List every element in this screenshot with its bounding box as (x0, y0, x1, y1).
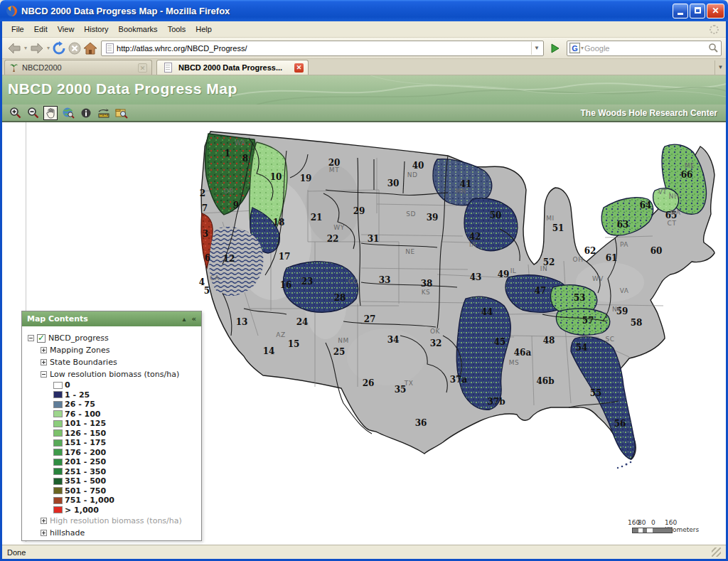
legend-swatch (53, 391, 63, 398)
zoom-full-extent-icon[interactable] (61, 106, 75, 120)
zoom-out-icon[interactable] (26, 106, 40, 120)
map-contents-panel: Map Contents ▴ « NBCD_progress Mapping Z… (21, 311, 202, 541)
legend-row: 251 - 350 (53, 467, 197, 477)
layer-label: High resolution biomass (tons/ha) (50, 516, 182, 525)
go-button[interactable] (547, 41, 563, 56)
tab-data-progress[interactable]: NBCD 2000 Data Progress... ✕ (156, 60, 309, 75)
zoom-in-icon[interactable] (8, 106, 22, 120)
identify-info-icon[interactable] (79, 106, 93, 120)
legend-row: 26 - 75 (53, 400, 197, 410)
tab-list-dropdown-icon[interactable]: ▼ (714, 60, 726, 75)
minimize-button[interactable] (673, 4, 688, 18)
menu-tools[interactable]: Tools (163, 23, 191, 36)
collapse-panel-icon[interactable]: ▴ (183, 315, 186, 323)
legend-label: 101 - 125 (65, 419, 106, 428)
search-input[interactable] (584, 44, 708, 53)
tab-close-icon[interactable]: ✕ (294, 63, 304, 73)
expand-node-icon[interactable] (41, 518, 47, 524)
legend-label: 26 - 75 (65, 400, 95, 409)
maximize-button[interactable] (690, 4, 705, 18)
legend-label: 0 (65, 380, 70, 390)
layer-label: hillshade (50, 528, 85, 538)
search-bar[interactable]: G ▾ (567, 41, 722, 56)
navigation-toolbar: ▾ ▾ ▼ G ▾ (2, 38, 726, 59)
map-viewport[interactable]: 1234567891012131415161718192021222324252… (2, 122, 726, 545)
menu-help[interactable]: Help (191, 23, 217, 36)
legend-swatch (53, 497, 63, 504)
collapse-node-icon[interactable] (28, 335, 34, 341)
activity-throbber-icon (710, 25, 719, 34)
legend-row: 1 - 25 (53, 390, 197, 400)
legend-label: 151 - 175 (65, 438, 106, 447)
menu-view[interactable]: View (53, 23, 80, 36)
layer-hillshade[interactable]: hillshade (28, 527, 197, 539)
page-banner: NBCD 2000 Data Progress Map (2, 75, 726, 105)
url-input[interactable] (117, 44, 531, 53)
layer-tree: NBCD_progress Mapping Zones State Bounda… (22, 326, 201, 542)
tab-nbcd2000[interactable]: NBCD2000 ✕ (4, 60, 152, 75)
menu-edit[interactable]: Edit (29, 23, 53, 36)
tab-close-icon[interactable]: ✕ (138, 63, 147, 73)
expand-node-icon[interactable] (41, 530, 47, 536)
reload-button[interactable] (52, 40, 66, 57)
back-button[interactable] (6, 40, 22, 57)
collapse-node-icon[interactable] (41, 371, 47, 378)
search-magnifier-icon[interactable] (708, 43, 719, 53)
legend-label: 126 - 150 (65, 429, 106, 438)
menu-bookmarks[interactable]: Bookmarks (114, 23, 163, 36)
legend-label: 176 - 200 (65, 448, 106, 457)
expand-node-icon[interactable] (41, 347, 47, 353)
scale-bar-segments (632, 528, 673, 533)
hide-panel-icon[interactable]: « (192, 315, 196, 323)
legend-swatch (53, 420, 63, 427)
find-icon[interactable] (114, 106, 129, 120)
forward-button[interactable] (29, 40, 45, 57)
legend-swatch (53, 449, 63, 456)
layer-root-row[interactable]: NBCD_progress (28, 332, 197, 344)
layer-low-res-biomass[interactable]: Low resolution biomass (tons/ha) (28, 368, 197, 380)
expand-node-icon[interactable] (41, 359, 47, 365)
legend-label: 1 - 25 (65, 390, 90, 400)
legend-swatch (53, 382, 63, 389)
scale-label: 80 (638, 519, 646, 526)
legend-row: 0 (53, 380, 197, 390)
scale-label: 0 (651, 519, 655, 526)
stop-button[interactable] (68, 40, 82, 57)
zone-vt-nh (653, 188, 679, 213)
legend-row: 176 - 200 (53, 448, 197, 458)
map-contents-header[interactable]: Map Contents ▴ « (22, 311, 201, 326)
resize-grip[interactable] (712, 547, 721, 557)
legend-label: 251 - 350 (65, 467, 106, 476)
url-dropdown-icon[interactable]: ▼ (531, 42, 542, 55)
layer-label: Mapping Zones (50, 346, 109, 355)
layer-label: NBCD_progress (48, 333, 109, 343)
layer-mapping-zones[interactable]: Mapping Zones (28, 344, 197, 356)
close-button[interactable]: ✕ (707, 4, 724, 18)
pan-hand-icon[interactable] (43, 106, 58, 120)
legend-swatch (53, 459, 63, 466)
firefox-icon (6, 5, 18, 17)
legend-swatch (53, 468, 63, 475)
menu-history[interactable]: History (79, 23, 113, 36)
layer-state-boundaries[interactable]: State Boundaries (28, 356, 197, 368)
document-icon (164, 63, 172, 73)
layer-checkbox-checked[interactable] (37, 334, 46, 343)
map-contents-title: Map Contents (27, 314, 88, 324)
palm-tree-icon (9, 63, 18, 73)
legend-row: 101 - 125 (53, 419, 197, 429)
back-dropdown-icon[interactable]: ▾ (23, 45, 28, 51)
legend-row: 501 - 750 (53, 486, 197, 496)
legend-swatch (53, 439, 63, 447)
legend-row: 76 - 100 (53, 410, 197, 420)
legend-label: 751 - 1,000 (65, 496, 114, 505)
forward-dropdown-icon[interactable]: ▾ (46, 45, 50, 51)
home-button[interactable] (83, 40, 97, 57)
url-bar[interactable]: ▼ (101, 41, 544, 56)
title-bar[interactable]: NBCD 2000 Data Progress Map - Mozilla Fi… (0, 0, 728, 21)
legend-swatch (53, 429, 63, 437)
scale-bar: 160 80 0 160 Kilometers (628, 519, 713, 538)
legend-row: 751 - 1,000 (53, 496, 197, 506)
measure-icon[interactable] (97, 106, 111, 120)
menu-file[interactable]: File (6, 23, 29, 36)
layer-high-res-biomass[interactable]: High resolution biomass (tons/ha) (28, 515, 197, 527)
